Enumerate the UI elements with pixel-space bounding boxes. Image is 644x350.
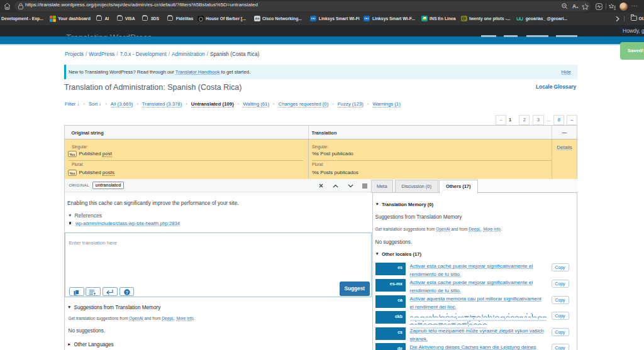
svg-text:?: ? (125, 290, 128, 295)
